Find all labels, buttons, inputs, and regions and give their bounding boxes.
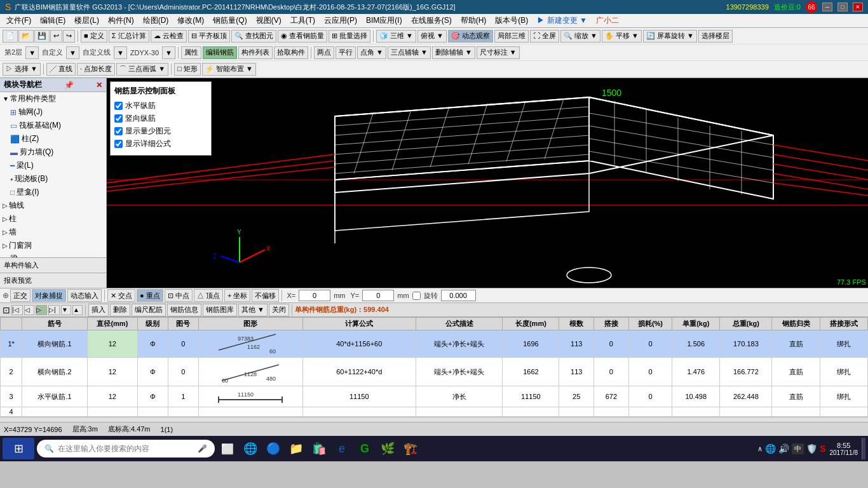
btn-delete-row[interactable]: 删除 [110, 304, 130, 316]
menu-tools[interactable]: 工具(T) [287, 14, 319, 27]
y-input[interactable] [362, 290, 394, 301]
btn-pick-component[interactable]: 拾取构件 [274, 46, 308, 59]
item-shearwall[interactable]: ▬ 剪力墙(Q) [8, 146, 106, 159]
taskbar-icon-browser1[interactable]: 🌐 [240, 438, 261, 459]
menu-online[interactable]: 在线服务(S) [407, 14, 456, 27]
section-common[interactable]: ▼ 常用构件类型 [0, 92, 106, 105]
btn-pan[interactable]: ✋ 平移 ▼ [602, 30, 642, 43]
dropdown-linetype[interactable]: ▼ [114, 46, 127, 59]
table-row[interactable]: 3 水平纵筋.1 12 Φ 1 11150 11150 净长 [1, 386, 868, 407]
btn-3d[interactable]: 🧊 三维 ▼ [376, 30, 416, 43]
checkbox-vertical[interactable]: 竖向纵筋 [114, 113, 207, 124]
btn-nav-up[interactable]: ▲ [72, 305, 83, 315]
btn-batch-select[interactable]: ⊞ 批量选择 [329, 30, 370, 43]
check-show-detail[interactable] [114, 140, 123, 148]
btn-three-point-aux[interactable]: 三点辅轴 ▼ [388, 46, 431, 59]
menu-help[interactable]: 帮助(H) [457, 14, 491, 27]
btn-orthogonal[interactable]: 正交 [10, 289, 31, 302]
item-axisnet[interactable]: ⊞ 轴网(J) [8, 105, 106, 119]
dropdown-layer[interactable]: ▼ [25, 46, 39, 59]
btn-close-table[interactable]: 关闭 [269, 304, 289, 316]
btn-delete-aux[interactable]: 删除辅轴 ▼ [432, 46, 475, 59]
table-row[interactable]: 2 横向钢筋.2 12 Φ 0 60 1128 480 60+1122+40*d [1, 358, 868, 386]
taskbar-icon-task-view[interactable]: ⬜ [217, 438, 238, 459]
menu-edit[interactable]: 编辑(E) [36, 14, 69, 27]
panel-close-icon[interactable]: ✕ [96, 81, 102, 90]
taskbar-icon-glodon[interactable]: 🏗️ [400, 438, 421, 459]
section-wall[interactable]: ▷ 墙 [0, 226, 106, 239]
btn-insert-row[interactable]: 插入 [88, 304, 109, 316]
taskbar-icon-folder[interactable]: 📁 [286, 438, 306, 459]
tray-network[interactable]: 🌐 [765, 444, 776, 454]
btn-cloud-check[interactable]: ☁ 云检查 [151, 30, 187, 43]
menu-floor[interactable]: 楼层(L) [71, 14, 103, 27]
h-scrollbar[interactable] [0, 417, 868, 422]
btn-fullscreen[interactable]: ⛶ 全屏 [530, 30, 559, 43]
btn-rebar-lib[interactable]: 钢筋图库 [203, 304, 237, 316]
btn-nav-down[interactable]: ▼ [61, 305, 71, 315]
btn-redo[interactable]: ↪ [63, 30, 75, 43]
btn-adjust-rebar[interactable]: 编尺配筋 [132, 304, 166, 316]
check-show-few[interactable] [114, 127, 123, 135]
btn-intersect[interactable]: ✕ 交点 [107, 289, 135, 302]
section-opening[interactable]: ▷ 门窗洞 [0, 239, 106, 252]
item-castslab[interactable]: ▪ 现浇板(B) [8, 172, 106, 186]
btn-other[interactable]: 其他 ▼ [238, 304, 268, 316]
btn-nav-prev[interactable]: ◁ [24, 305, 34, 315]
item-raftfound[interactable]: ▭ 筏板基础(M) [8, 119, 106, 132]
menu-bim[interactable]: BIM应用(I) [362, 14, 406, 27]
btn-view-top[interactable]: 俯视 ▼ [417, 30, 447, 43]
btn-nav-next[interactable]: ▷ [36, 305, 47, 315]
maximize-button[interactable]: □ [837, 3, 848, 11]
btn-smart-layout[interactable]: ⚡ 智能布置 ▼ [202, 63, 256, 76]
btn-parallel[interactable]: 平行 [336, 46, 356, 59]
btn-select-floor[interactable]: 选择楼层 [698, 30, 733, 43]
menu-component[interactable]: 构件(N) [104, 14, 138, 27]
show-desktop-btn[interactable] [862, 438, 865, 459]
dropdown-define[interactable]: ▼ [66, 46, 79, 59]
btn-midpoint[interactable]: ⊡ 中点 [165, 289, 193, 302]
checkbox-show-few[interactable]: 显示量少图元 [114, 126, 207, 137]
checkbox-horizontal[interactable]: 水平纵筋 [114, 100, 207, 111]
search-input[interactable] [58, 444, 194, 453]
time-display[interactable]: 8:55 2017/11/8 [830, 442, 858, 456]
tray-glodon-s[interactable]: S [820, 444, 825, 454]
btn-snap-object[interactable]: 对象捕捉 [32, 289, 66, 302]
btn-coord[interactable]: + 坐标 [224, 289, 250, 302]
table-row[interactable]: 1* 横向钢筋.1 12 Φ 0 97383 1162 60 40*d+1156… [1, 330, 868, 358]
item-niche[interactable]: □ 壁龛(I) [8, 186, 106, 199]
btn-find-element[interactable]: 🔍 查找图元 [231, 30, 276, 43]
btn-line[interactable]: ╱ 直线 [46, 63, 76, 76]
menu-cloud[interactable]: 云应用(P) [320, 14, 361, 27]
btn-dynamic-input[interactable]: 动态输入 [67, 289, 102, 302]
section-beam[interactable]: ▼ 梁 [0, 252, 106, 257]
btn-new[interactable]: 📄 [3, 30, 18, 43]
btn-arc[interactable]: ⌒ 三点画弧 ▼ [116, 63, 168, 76]
btn-select[interactable]: ▷ 选择 ▼ [3, 63, 41, 76]
btn-undo[interactable]: ↩ [50, 30, 62, 43]
section-axisline[interactable]: ▷ 轴线 [0, 199, 106, 212]
check-vertical[interactable] [114, 114, 123, 123]
btn-endpoint[interactable]: ● 重点 [137, 289, 163, 302]
btn-calculate[interactable]: Σ 汇总计算 [109, 30, 149, 43]
taskbar-icon-store[interactable]: 🛍️ [309, 438, 329, 459]
menu-view[interactable]: 视图(V) [252, 14, 285, 27]
btn-single-input[interactable]: 单构件输入 [0, 257, 106, 273]
btn-component-list[interactable]: 构件列表 [238, 46, 273, 59]
taskbar-icon-globe[interactable]: 🌿 [377, 438, 398, 459]
tray-ime[interactable]: 中 [792, 444, 804, 454]
menu-guangxiao[interactable]: 广小二 [592, 14, 623, 27]
btn-screen-rotate[interactable]: 🔄 屏幕旋转 ▼ [643, 30, 697, 43]
minimize-button[interactable]: ─ [822, 3, 832, 11]
btn-open[interactable]: 📂 [18, 30, 34, 43]
item-beam-common[interactable]: ━ 梁(L) [8, 159, 106, 172]
menu-file[interactable]: 文件(F) [3, 14, 35, 27]
rotate-input[interactable] [441, 290, 476, 301]
item-column[interactable]: 🟦 柱(Z) [8, 132, 106, 146]
btn-nav-first[interactable]: |◁ [11, 305, 23, 315]
start-button[interactable]: ⊞ [3, 438, 34, 459]
x-input[interactable] [299, 290, 330, 301]
btn-rebar-info[interactable]: 钢筋信息 [167, 304, 201, 316]
btn-dynamic-view[interactable]: 🎯 动态观察 [448, 30, 493, 43]
btn-point-angle[interactable]: 点角 ▼ [357, 46, 386, 59]
